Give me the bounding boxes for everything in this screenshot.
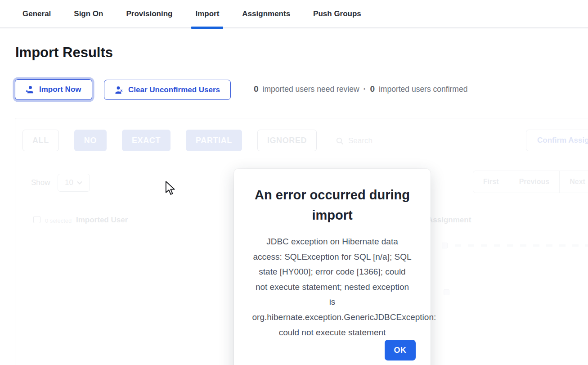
clear-unconfirmed-label: Clear Unconfirmed Users <box>128 86 220 95</box>
dialog-title: An error occurred during import <box>247 185 418 225</box>
import-now-label: Import Now <box>39 85 81 94</box>
status-separator: · <box>364 85 366 94</box>
remove-user-icon: x <box>115 86 123 94</box>
clear-unconfirmed-users-button[interactable]: x Clear Unconfirmed Users <box>104 80 231 100</box>
tab-provisioning[interactable]: Provisioning <box>126 0 172 28</box>
confirmed-label: imported users confirmed <box>379 85 467 94</box>
tab-sign-on[interactable]: Sign On <box>74 0 103 28</box>
tab-general[interactable]: General <box>22 0 51 28</box>
ok-button[interactable]: OK <box>385 340 416 360</box>
import-error-dialog: An error occurred during import JDBC exc… <box>234 169 431 365</box>
need-review-count: 0 <box>254 84 259 94</box>
import-status-summary: 0 imported users need review · 0 importe… <box>254 83 467 95</box>
tab-assignments[interactable]: Assignments <box>242 0 290 28</box>
app-tab-bar: General Sign On Provisioning Import Assi… <box>0 0 588 28</box>
import-user-icon <box>26 86 34 94</box>
tab-push-groups[interactable]: Push Groups <box>313 0 361 28</box>
import-now-button[interactable]: Import Now <box>15 79 92 100</box>
tab-import[interactable]: Import <box>195 0 219 28</box>
page-title: Import Results <box>15 45 113 61</box>
confirmed-count: 0 <box>370 84 375 94</box>
svg-text:x: x <box>120 88 122 93</box>
need-review-label: imported users need review <box>263 85 359 94</box>
import-results-page: General Sign On Provisioning Import Assi… <box>0 0 588 365</box>
dialog-error-message: JDBC exception on Hibernate data access:… <box>252 234 413 340</box>
